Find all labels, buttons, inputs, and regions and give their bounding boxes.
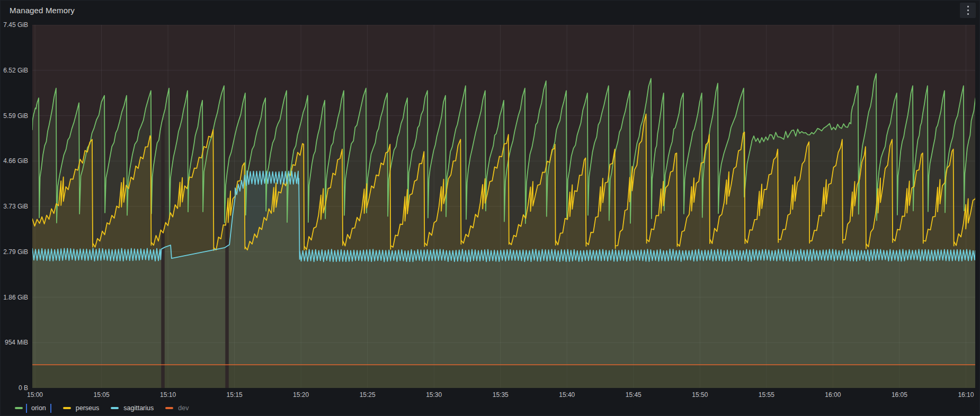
y-axis-tick-label: 6.52 GiB (2, 67, 28, 74)
legend-item-sagittarius[interactable]: sagittarius (111, 404, 154, 412)
legend-series-dash-icon (63, 407, 71, 409)
x-axis-tick-label: 15:15 (218, 391, 252, 399)
chart-canvas[interactable] (1, 1, 980, 416)
x-axis-tick-label: 15:45 (617, 391, 651, 399)
legend: orionperseussagittariusdev (15, 403, 200, 413)
legend-label-dev: dev (178, 404, 189, 412)
x-axis-tick-label: 15:20 (284, 391, 318, 399)
legend-label-perseus: perseus (76, 404, 99, 412)
x-axis-tick-label: 16:05 (883, 391, 916, 399)
x-axis-tick-label: 15:10 (151, 391, 185, 399)
y-axis-tick-label: 1.86 GiB (2, 294, 28, 301)
y-axis-tick-label: 5.59 GiB (2, 112, 28, 120)
x-axis-tick-label: 15:05 (85, 391, 119, 399)
legend-focus-bar (50, 404, 51, 413)
legend-series-dash-icon (15, 407, 23, 409)
x-axis-tick-label: 16:00 (816, 391, 850, 399)
x-axis-tick-label: 15:00 (18, 391, 52, 399)
x-axis-tick-label: 15:50 (683, 391, 717, 399)
y-axis-tick-label: 4.66 GiB (2, 157, 28, 165)
legend-series-dash-icon (111, 407, 119, 409)
x-axis-tick-label: 15:55 (750, 391, 783, 399)
legend-series-dash-icon (165, 407, 173, 409)
x-axis-tick-label: 15:40 (550, 391, 584, 399)
legend-label-sagittarius: sagittarius (123, 404, 154, 412)
x-axis-tick-label: 16:10 (949, 391, 980, 399)
x-axis-tick-label: 15:25 (351, 391, 385, 399)
grafana-panel: Managed Memory 0 B954 MiB1.86 GiB2.79 Gi… (0, 0, 980, 416)
legend-item-orion[interactable]: orion (15, 404, 51, 413)
y-axis-tick-label: 2.79 GiB (2, 248, 28, 256)
legend-label-orion: orion (31, 404, 46, 412)
y-axis-tick-label: 0 B (2, 384, 28, 392)
legend-focus-bar (26, 404, 27, 413)
x-axis-tick-label: 15:35 (484, 391, 518, 399)
y-axis-tick-label: 7.45 GiB (2, 21, 28, 29)
legend-item-perseus[interactable]: perseus (63, 404, 99, 412)
y-axis-tick-label: 3.73 GiB (2, 203, 28, 210)
x-axis-tick-label: 15:30 (417, 391, 451, 399)
y-axis-tick-label: 954 MiB (2, 339, 28, 346)
legend-item-dev[interactable]: dev (165, 404, 189, 412)
